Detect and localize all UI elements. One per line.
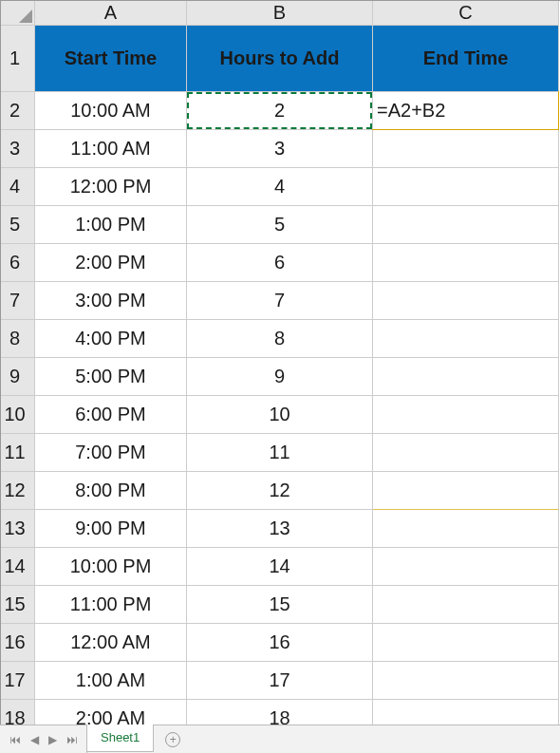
row-header[interactable]: 9 xyxy=(1,358,35,396)
cell-end-time[interactable] xyxy=(373,510,559,548)
row-header[interactable]: 3 xyxy=(1,130,35,168)
sheet-nav-prev-icon[interactable]: ◀ xyxy=(30,733,39,746)
cell-start-time[interactable]: 7:00 PM xyxy=(35,434,187,472)
cell-end-time[interactable] xyxy=(373,434,559,472)
cell-hours[interactable]: 13 xyxy=(187,510,373,548)
row-header[interactable]: 6 xyxy=(1,244,35,282)
cell-hours[interactable]: 17 xyxy=(187,662,373,700)
cell-end-time[interactable] xyxy=(373,548,559,586)
row-header[interactable]: 2 xyxy=(1,92,35,130)
cell-start-time[interactable]: 12:00 PM xyxy=(35,168,187,206)
row-header[interactable]: 4 xyxy=(1,168,35,206)
cell-hours[interactable]: 16 xyxy=(187,624,373,662)
cell-start-time[interactable]: 9:00 PM xyxy=(35,510,187,548)
sheet-nav-last-icon[interactable]: ⏭ xyxy=(66,733,78,746)
cell-start-time[interactable]: 11:00 AM xyxy=(35,130,187,168)
cell-end-time[interactable] xyxy=(373,168,559,206)
column-header-B[interactable]: B xyxy=(187,1,373,26)
cell-start-time[interactable]: 11:00 PM xyxy=(35,586,187,624)
column-header-A[interactable]: A xyxy=(35,1,187,26)
cell-hours[interactable]: 10 xyxy=(187,396,373,434)
add-sheet-button[interactable]: + xyxy=(159,725,186,753)
marching-ants-selection xyxy=(187,92,372,129)
cell-start-time[interactable]: 12:00 AM xyxy=(35,624,187,662)
cell-hours[interactable]: 7 xyxy=(187,282,373,320)
cell-end-time-editing[interactable]: =A2+B2 xyxy=(373,92,559,130)
cell-end-time[interactable] xyxy=(373,358,559,396)
row-header[interactable]: 1 xyxy=(1,26,35,92)
cell-hours[interactable]: 5 xyxy=(187,206,373,244)
cell-start-time[interactable]: 2:00 PM xyxy=(35,244,187,282)
cell-end-time[interactable] xyxy=(373,396,559,434)
sheet-tab-bar: ⏮ ◀ ▶ ⏭ Sheet1 + xyxy=(0,725,560,753)
cell-end-time[interactable] xyxy=(373,662,559,700)
row-header[interactable]: 11 xyxy=(1,434,35,472)
row-header[interactable]: 16 xyxy=(1,624,35,662)
column-header-C[interactable]: C xyxy=(373,1,559,26)
cell-start-time[interactable]: 8:00 PM xyxy=(35,472,187,510)
cell-start-time[interactable]: 10:00 AM xyxy=(35,92,187,130)
row-header[interactable]: 14 xyxy=(1,548,35,586)
cell-hours[interactable]: 12 xyxy=(187,472,373,510)
cell-start-time[interactable]: 3:00 PM xyxy=(35,282,187,320)
active-cell-editing-border xyxy=(372,91,559,130)
sheet-tab[interactable]: Sheet1 xyxy=(86,725,154,752)
sheet-nav-buttons: ⏮ ◀ ▶ ⏭ xyxy=(0,725,87,753)
row-header[interactable]: 5 xyxy=(1,206,35,244)
cell-start-time[interactable]: 1:00 PM xyxy=(35,206,187,244)
cell-hours[interactable]: 3 xyxy=(187,130,373,168)
select-all-button[interactable] xyxy=(1,1,35,26)
row-header[interactable]: 17 xyxy=(1,662,35,700)
cell-hours[interactable]: 15 xyxy=(187,586,373,624)
cell-end-time[interactable] xyxy=(373,586,559,624)
cell-hours[interactable]: 11 xyxy=(187,434,373,472)
cell-end-time[interactable] xyxy=(373,206,559,244)
cell-hours[interactable]: 4 xyxy=(187,168,373,206)
cell-start-time[interactable]: 5:00 PM xyxy=(35,358,187,396)
cell-start-time[interactable]: 10:00 PM xyxy=(35,548,187,586)
cell-end-time[interactable] xyxy=(373,244,559,282)
cell-end-time[interactable] xyxy=(373,130,559,168)
sheet-nav-next-icon[interactable]: ▶ xyxy=(48,733,57,746)
row-header[interactable]: 15 xyxy=(1,586,35,624)
cell-hours[interactable]: 8 xyxy=(187,320,373,358)
row-header[interactable]: 7 xyxy=(1,282,35,320)
cell-start-time[interactable]: 6:00 PM xyxy=(35,396,187,434)
cell-start-time[interactable]: 4:00 PM xyxy=(35,320,187,358)
row-header[interactable]: 12 xyxy=(1,472,35,510)
cell-end-time[interactable] xyxy=(373,472,559,510)
plus-icon: + xyxy=(165,732,180,747)
row-header[interactable]: 8 xyxy=(1,320,35,358)
table-header-start: Start Time xyxy=(35,26,187,92)
cell-end-time[interactable] xyxy=(373,282,559,320)
table-header-end: End Time xyxy=(373,26,559,92)
cell-end-time[interactable] xyxy=(373,320,559,358)
cell-hours[interactable]: 2 xyxy=(187,92,373,130)
row-header[interactable]: 13 xyxy=(1,510,35,548)
cell-hours[interactable]: 6 xyxy=(187,244,373,282)
spreadsheet-grid[interactable]: ABC1Start TimeHours to AddEnd Time210:00… xyxy=(0,0,560,753)
cell-start-time[interactable]: 1:00 AM xyxy=(35,662,187,700)
row-header[interactable]: 10 xyxy=(1,396,35,434)
cell-end-time[interactable] xyxy=(373,624,559,662)
sheet-nav-first-icon[interactable]: ⏮ xyxy=(9,733,21,746)
cell-hours[interactable]: 14 xyxy=(187,548,373,586)
table-header-hours: Hours to Add xyxy=(187,26,373,92)
cell-hours[interactable]: 9 xyxy=(187,358,373,396)
